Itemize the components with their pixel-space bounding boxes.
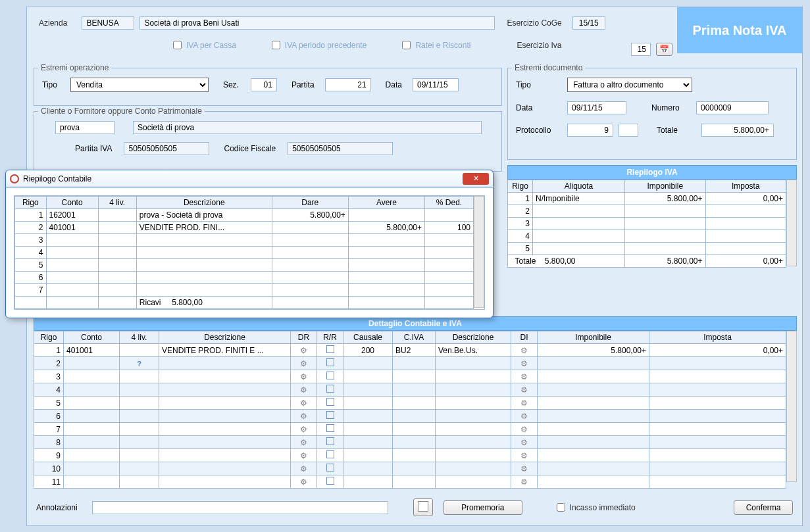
op-partita[interactable]: 21 <box>325 78 371 91</box>
checkbox-icon[interactable] <box>326 477 334 485</box>
gear-icon[interactable]: ⚙ <box>520 438 528 447</box>
gear-icon[interactable]: ⚙ <box>300 477 307 487</box>
checkbox-icon[interactable] <box>326 345 334 353</box>
chk-ratei[interactable]: Ratei e Risconti <box>399 39 470 51</box>
table-row: 10⚙⚙ <box>34 462 786 475</box>
op-sez-lbl: Sez. <box>223 80 239 89</box>
table-row: 4 <box>15 247 474 259</box>
esercizio-coge: 15/15 <box>572 16 605 30</box>
gear-icon[interactable]: ⚙ <box>520 425 528 434</box>
riepilogo-iva-title: Riepilogo IVA <box>507 165 797 180</box>
app-icon <box>10 174 19 183</box>
annotazioni-input[interactable] <box>92 501 388 514</box>
modal-scrollbar[interactable] <box>474 196 484 308</box>
doc-tipo-lbl: Tipo <box>516 80 562 89</box>
promemoria-button[interactable]: Promemoria <box>443 500 522 515</box>
table-row: 5⚙⚙ <box>34 397 786 410</box>
piva-val: 50505050505 <box>124 142 209 155</box>
table-row: 5 <box>508 243 786 255</box>
iva-scrollbar[interactable] <box>786 180 797 266</box>
table-row: 5 <box>15 259 474 272</box>
table-row: 1401001VENDITE PROD. FINITI E ...⚙200BU2… <box>34 344 786 357</box>
table-row: 3⚙⚙ <box>34 370 786 383</box>
doc-totale[interactable]: 5.800,00+ <box>701 124 774 137</box>
azienda-label: Azienda <box>39 18 67 28</box>
help-icon[interactable]: ? <box>137 360 141 368</box>
gear-icon[interactable]: ⚙ <box>520 385 528 395</box>
gear-icon[interactable]: ⚙ <box>300 399 307 408</box>
table-row: 4 <box>508 230 786 243</box>
table-row: 2 <box>508 205 786 218</box>
table-row: 2?⚙⚙ <box>34 357 786 370</box>
doc-protocollo-lbl: Protocollo <box>516 126 562 135</box>
chk-iva-cassa[interactable]: IVA per Cassa <box>170 39 236 51</box>
checkbox-icon[interactable] <box>326 385 334 393</box>
gear-icon[interactable]: ⚙ <box>300 412 307 421</box>
gear-icon[interactable]: ⚙ <box>300 438 307 447</box>
checkbox-icon[interactable] <box>326 358 334 366</box>
annotazioni-lbl: Annotazioni <box>36 503 78 512</box>
doc-button[interactable] <box>413 498 433 516</box>
gear-icon[interactable]: ⚙ <box>300 359 307 368</box>
cliente-name: Società di prova <box>133 121 482 134</box>
modal-title: Riepilogo Contabile <box>23 174 463 183</box>
cliente-code[interactable]: prova <box>55 121 114 134</box>
checkbox-icon[interactable] <box>326 372 334 379</box>
checkbox-icon[interactable] <box>326 437 334 445</box>
doc-protocollo[interactable]: 9 <box>567 124 613 137</box>
dettaglio-scrollbar[interactable] <box>786 331 797 482</box>
table-row: 2401001VENDITE PROD. FINI...5.800,00+100 <box>15 222 474 234</box>
table-row: 7⚙⚙ <box>34 423 786 436</box>
gear-icon[interactable]: ⚙ <box>520 451 528 460</box>
doc-data-lbl: Data <box>516 103 562 112</box>
title-badge: Prima Nota IVA <box>677 7 802 53</box>
gear-icon[interactable]: ⚙ <box>520 477 528 487</box>
checkbox-icon[interactable] <box>326 450 334 458</box>
gear-icon[interactable]: ⚙ <box>300 425 307 434</box>
table-row: 3 <box>15 234 474 247</box>
conferma-button[interactable]: Conferma <box>734 500 793 515</box>
gear-icon[interactable]: ⚙ <box>300 372 307 381</box>
modal-titlebar[interactable]: Riepilogo Contabile ✕ <box>6 170 493 187</box>
dettaglio-table[interactable]: RigoConto4 liv.DescrizioneDRR/RCausaleC.… <box>34 331 786 489</box>
gear-icon[interactable]: ⚙ <box>300 385 307 395</box>
table-row: 9⚙⚙ <box>34 449 786 462</box>
gear-icon[interactable]: ⚙ <box>300 464 307 473</box>
op-data[interactable]: 09/11/15 <box>413 78 459 91</box>
gear-icon[interactable]: ⚙ <box>520 359 528 368</box>
estremi-op-group: Estremi operazione <box>38 63 111 72</box>
close-icon[interactable]: ✕ <box>463 173 489 185</box>
op-tipo-select[interactable]: Vendita <box>70 78 209 92</box>
calendar-icon[interactable]: 📅 <box>656 43 672 56</box>
table-row: 6⚙⚙ <box>34 410 786 423</box>
riepilogo-iva-table[interactable]: RigoAliquotaImponibileImposta1N/Imponibi… <box>507 180 786 268</box>
azienda-code: BENUSA <box>82 16 134 30</box>
checkbox-icon[interactable] <box>326 411 334 419</box>
esercizio-iva[interactable]: 15 <box>631 43 651 56</box>
doc-numero[interactable]: 0000009 <box>696 101 769 114</box>
checkbox-icon[interactable] <box>326 464 334 472</box>
op-sez[interactable]: 01 <box>251 78 277 91</box>
dettaglio-title: Dettaglio Contabile e IVA <box>34 316 797 331</box>
doc-protocollo-suffix[interactable] <box>619 124 638 137</box>
cf-lbl: Codice Fiscale <box>224 144 276 153</box>
modal-table[interactable]: RigoConto4 liv.DescrizioneDareAvere% Ded… <box>14 196 474 309</box>
gear-icon[interactable]: ⚙ <box>300 451 307 460</box>
estremi-doc-group: Estremi documento <box>512 63 585 72</box>
doc-tipo-select[interactable]: Fattura o altro documento <box>567 78 692 92</box>
checkbox-icon[interactable] <box>326 398 334 406</box>
table-row: 11⚙⚙ <box>34 475 786 489</box>
op-partita-lbl: Partita <box>291 80 315 89</box>
op-data-lbl: Data <box>386 80 402 89</box>
cliente-group: Cliente o Fornitore oppure Conto Patrimo… <box>38 107 205 116</box>
gear-icon[interactable]: ⚙ <box>520 399 528 408</box>
gear-icon[interactable]: ⚙ <box>520 464 528 473</box>
chk-iva-periodo[interactable]: IVA periodo precedente <box>269 39 367 51</box>
doc-data[interactable]: 09/11/15 <box>567 101 626 114</box>
incasso-check[interactable]: Incasso immediato <box>554 501 636 514</box>
gear-icon[interactable]: ⚙ <box>520 346 528 355</box>
checkbox-icon[interactable] <box>326 424 334 432</box>
gear-icon[interactable]: ⚙ <box>300 346 307 355</box>
gear-icon[interactable]: ⚙ <box>520 412 528 421</box>
gear-icon[interactable]: ⚙ <box>520 372 528 381</box>
